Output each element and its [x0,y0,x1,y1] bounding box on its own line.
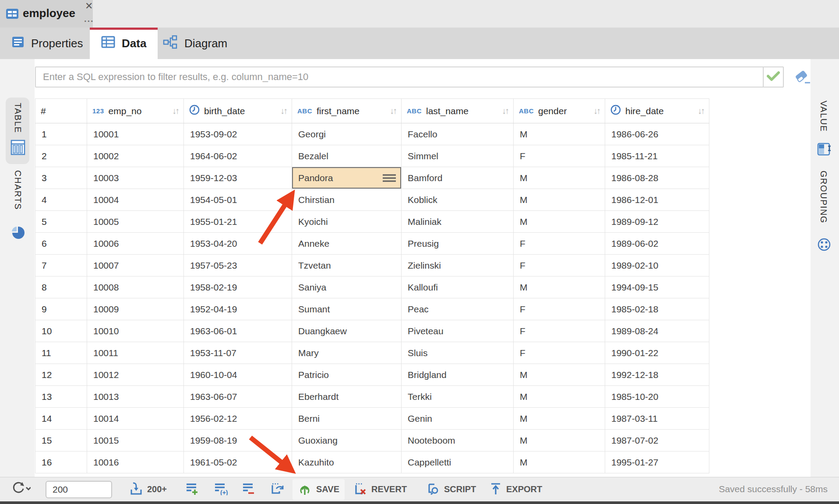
row-number-cell[interactable]: 1 [35,123,87,145]
table-cell[interactable]: 10011 [87,342,184,364]
table-cell[interactable]: 10006 [87,233,184,255]
row-number-cell[interactable]: 3 [35,167,87,189]
table-cell[interactable]: 10003 [87,167,184,189]
table-cell[interactable]: 1961-05-02 [184,452,292,473]
table-cell[interactable]: Genin [402,408,514,430]
table-cell[interactable]: Tzvetan [292,255,402,276]
table-cell[interactable]: 1963-06-07 [184,386,292,408]
refresh-button[interactable] [11,481,31,498]
table-cell[interactable]: 1990-01-22 [605,342,709,364]
table-cell[interactable]: Sumant [292,298,402,320]
table-cell[interactable]: 10012 [87,364,184,386]
row-number-cell[interactable]: 13 [35,386,87,408]
table-cell[interactable]: M [514,430,605,452]
column-header-hire-date[interactable]: hire_date ↓↑ [605,99,709,123]
tab-data[interactable]: Data [90,28,158,59]
column-header-first-name[interactable]: ABC first_name ↓↑ [292,99,402,123]
table-cell[interactable]: 10013 [87,386,184,408]
table-cell[interactable]: 1953-11-07 [184,342,292,364]
panel-tab-table[interactable]: TABLE [6,98,29,164]
row-number-cell[interactable]: 15 [35,430,87,452]
table-cell[interactable]: 1956-02-12 [184,408,292,430]
sort-icon[interactable]: ↓↑ [502,106,508,116]
table-cell[interactable]: M [514,211,605,233]
table-cell[interactable]: 1963-06-01 [184,320,292,342]
tab-overflow-icon[interactable]: ... [84,14,94,24]
table-cell[interactable]: Bridgland [402,364,514,386]
table-cell[interactable]: 1952-04-19 [184,298,292,320]
table-cell[interactable]: 1957-05-23 [184,255,292,276]
column-header-last-name[interactable]: ABC last_name ↓↑ [402,99,514,123]
column-header-emp-no[interactable]: 123 emp_no ↓↑ [87,99,184,123]
table-cell[interactable]: 1959-08-19 [184,430,292,452]
table-cell[interactable]: Terkki [402,386,514,408]
table-cell[interactable]: Preusig [402,233,514,255]
table-cell[interactable]: 1953-04-20 [184,233,292,255]
panel-tab-charts[interactable]: CHARTS [6,168,29,243]
row-number-cell[interactable]: 9 [35,298,87,320]
row-number-cell[interactable]: 7 [35,255,87,276]
row-limit-input[interactable] [46,481,112,498]
table-cell[interactable]: M [514,386,605,408]
table-cell[interactable]: 1986-06-26 [605,123,709,145]
table-cell[interactable]: M [514,167,605,189]
table-cell[interactable]: Anneke [292,233,402,255]
row-number-cell[interactable]: 2 [35,145,87,167]
table-cell[interactable]: F [514,255,605,276]
table-cell[interactable]: Georgi [292,123,402,145]
sql-filter-input[interactable] [36,67,763,87]
table-cell[interactable]: Peac [402,298,514,320]
save-button[interactable]: SAVE [293,479,345,500]
table-cell[interactable]: Eberhardt [292,386,402,408]
row-number-cell[interactable]: 4 [35,189,87,211]
table-cell[interactable]: Berni [292,408,402,430]
row-number-cell[interactable]: 16 [35,452,87,473]
table-cell[interactable]: 10004 [87,189,184,211]
table-cell[interactable]: 1987-03-11 [605,408,709,430]
table-cell[interactable]: 1959-12-03 [184,167,292,189]
table-cell[interactable]: 10014 [87,408,184,430]
fetch-more-button[interactable]: 200+ [130,482,167,497]
table-cell[interactable]: Patricio [292,364,402,386]
table-cell[interactable]: F [514,342,605,364]
row-number-cell[interactable]: 8 [35,276,87,298]
duplicate-row-button[interactable]: (+) [214,482,229,497]
table-cell[interactable]: Simmel [402,145,514,167]
table-cell[interactable]: 10007 [87,255,184,276]
table-cell[interactable]: 10009 [87,298,184,320]
table-cell[interactable]: Sluis [402,342,514,364]
clear-filter-button[interactable] [793,69,811,85]
row-number-cell[interactable]: 6 [35,233,87,255]
table-cell[interactable]: M [514,123,605,145]
table-cell[interactable]: Cappelletti [402,452,514,473]
table-cell[interactable]: 10010 [87,320,184,342]
table-cell[interactable]: Chirstian [292,189,402,211]
table-cell[interactable]: 10005 [87,211,184,233]
table-cell[interactable]: 1953-09-02 [184,123,292,145]
table-cell[interactable]: Kalloufi [402,276,514,298]
table-cell[interactable]: 10001 [87,123,184,145]
edit-cell-button[interactable] [270,482,285,497]
table-cell[interactable]: Guoxiang [292,430,402,452]
row-number-cell[interactable]: 12 [35,364,87,386]
table-cell[interactable]: M [514,452,605,473]
table-cell[interactable]: 1995-01-27 [605,452,709,473]
row-number-cell[interactable]: 10 [35,320,87,342]
table-cell[interactable]: 1989-09-12 [605,211,709,233]
table-cell[interactable]: 10016 [87,452,184,473]
tab-diagram[interactable]: Diagram [152,28,239,59]
table-cell[interactable]: 1958-02-19 [184,276,292,298]
close-icon[interactable]: ✕ [85,0,93,12]
table-cell[interactable]: Bamford [402,167,514,189]
editor-tab-employee[interactable]: employee ✕ ... [0,0,93,28]
table-cell[interactable]: Saniya [292,276,402,298]
apply-filter-button[interactable] [763,67,783,87]
sort-icon[interactable]: ↓↑ [172,106,178,116]
table-cell[interactable]: 10008 [87,276,184,298]
table-cell[interactable]: 1989-08-24 [605,320,709,342]
panel-tab-grouping[interactable]: GROUPING [813,171,837,258]
table-cell[interactable]: Duangkaew [292,320,402,342]
table-cell[interactable]: 1994-09-15 [605,276,709,298]
table-cell[interactable]: 1964-06-02 [184,145,292,167]
cell-edit-menu-icon[interactable] [383,174,396,182]
